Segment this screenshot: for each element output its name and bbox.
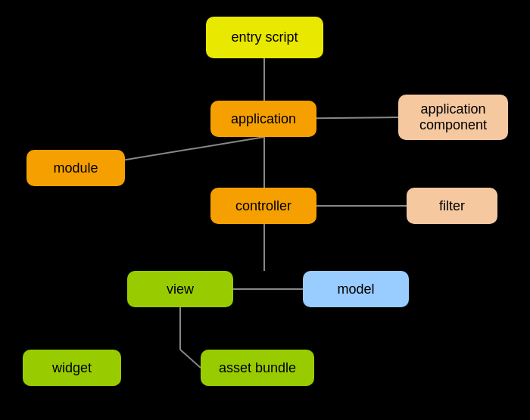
entry-script-node: entry script [206,17,323,58]
application-component-node: application component [398,95,508,140]
module-node: module [26,150,125,186]
controller-node: controller [210,188,316,224]
application-node: application [210,101,316,137]
model-node: model [303,271,409,307]
asset-bundle-node: asset bundle [201,350,314,386]
filter-node: filter [407,188,497,224]
widget-node: widget [23,350,121,386]
svg-line-8 [180,350,201,368]
view-node: view [127,271,233,307]
